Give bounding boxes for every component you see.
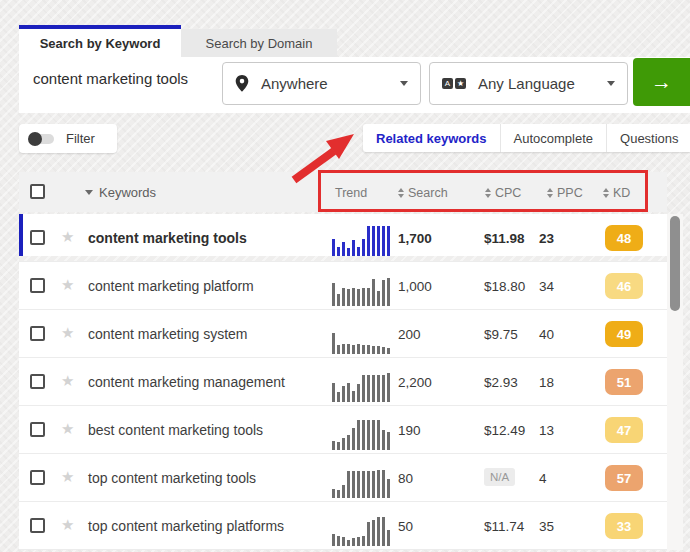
search-volume-cell: 2,200	[398, 375, 432, 390]
cpc-cell: N/A	[484, 468, 515, 486]
ppc-cell: 13	[539, 423, 554, 438]
sort-direction-icon	[85, 190, 93, 195]
trend-mini-chart	[332, 226, 394, 258]
keyword-search-input[interactable]	[33, 70, 213, 87]
column-header-search[interactable]: Search	[398, 186, 448, 200]
keyword-cell[interactable]: top content marketing platforms	[88, 518, 284, 534]
trend-mini-chart	[332, 370, 394, 402]
search-volume-cell: 200	[398, 327, 421, 342]
tab-autocomplete[interactable]: Autocomplete	[500, 124, 607, 152]
table-row: ★ top content marketing tools 80 N/A 4 5…	[19, 454, 667, 502]
search-mode-tabs: Search by Keyword Search by Domain	[19, 25, 337, 57]
location-select[interactable]: Anywhere	[222, 62, 421, 105]
scrollbar-thumb[interactable]	[670, 216, 680, 311]
keyword-cell[interactable]: content marketing platform	[88, 278, 254, 294]
keyword-cell[interactable]: content marketing management	[88, 374, 285, 390]
ppc-cell: 23	[539, 231, 554, 246]
favorite-star-icon[interactable]: ★	[61, 468, 74, 486]
kd-badge: 47	[605, 417, 643, 443]
column-header-cpc[interactable]: CPC	[485, 186, 521, 200]
sort-icon	[485, 188, 491, 198]
kd-badge: 33	[605, 513, 643, 539]
chevron-down-icon	[400, 81, 408, 86]
keyword-cell[interactable]: content marketing tools	[88, 230, 247, 246]
favorite-star-icon[interactable]: ★	[61, 276, 74, 294]
tab-related-keywords[interactable]: Related keywords	[363, 124, 500, 152]
keyword-cell[interactable]: content marketing system	[88, 326, 248, 342]
row-checkbox[interactable]	[30, 374, 45, 389]
table-row: ★ top content marketing platforms 50 $11…	[19, 502, 667, 550]
search-volume-cell: 1,000	[398, 279, 432, 294]
filter-toggle[interactable]	[30, 134, 54, 144]
ppc-cell: 34	[539, 279, 554, 294]
column-header-kd[interactable]: KD	[603, 186, 630, 200]
row-checkbox[interactable]	[30, 470, 45, 485]
cpc-cell: $12.49	[484, 423, 525, 438]
cpc-cell: $11.74	[484, 519, 524, 534]
language-value: Any Language	[478, 75, 575, 92]
row-checkbox[interactable]	[30, 518, 45, 533]
ppc-cell: 35	[539, 519, 554, 534]
trend-mini-chart	[332, 322, 394, 354]
cpc-cell: $9.75	[484, 327, 518, 342]
sort-icon	[547, 188, 553, 198]
table-row: ★ content marketing system 200 $9.75 40 …	[19, 310, 667, 358]
search-volume-cell: 1,700	[398, 231, 432, 246]
trend-mini-chart	[332, 514, 394, 546]
row-checkbox[interactable]	[30, 326, 45, 341]
tab-search-by-keyword[interactable]: Search by Keyword	[19, 25, 181, 57]
table-row: ★ best content marketing tools 190 $12.4…	[19, 406, 667, 454]
tab-questions[interactable]: Questions	[606, 124, 690, 152]
tab-search-by-domain[interactable]: Search by Domain	[181, 29, 337, 57]
kd-badge: 49	[605, 321, 643, 347]
table-body: ★ content marketing tools 1,700 $11.98 2…	[19, 214, 667, 550]
filter-button[interactable]: Filter	[19, 124, 117, 153]
keywords-table: Keywords Trend Search CPC PPC KD ★ conte…	[19, 172, 667, 550]
result-type-tabs: Related keywords Autocomplete Questions	[363, 124, 690, 152]
column-header-keywords[interactable]: Keywords	[85, 185, 156, 200]
trend-mini-chart	[332, 466, 394, 498]
kd-badge: 51	[605, 369, 643, 395]
trend-mini-chart	[332, 274, 394, 306]
ppc-cell: 40	[539, 327, 554, 342]
cpc-cell: $18.80	[484, 279, 525, 294]
kd-badge: 57	[605, 465, 643, 491]
row-checkbox[interactable]	[30, 278, 45, 293]
sort-icon	[603, 188, 609, 198]
row-checkbox[interactable]	[30, 422, 45, 437]
keyword-cell[interactable]: best content marketing tools	[88, 422, 263, 438]
table-header-row: Keywords Trend Search CPC PPC KD	[19, 172, 667, 212]
row-checkbox[interactable]	[30, 230, 45, 245]
select-all-checkbox[interactable]	[30, 184, 45, 199]
search-submit-button[interactable]: →	[633, 58, 690, 106]
keyword-cell[interactable]: top content marketing tools	[88, 470, 256, 486]
search-volume-cell: 80	[398, 471, 413, 486]
sort-icon	[398, 188, 404, 198]
column-header-ppc[interactable]: PPC	[547, 186, 583, 200]
filter-label: Filter	[66, 131, 95, 146]
search-volume-cell: 190	[398, 423, 421, 438]
ppc-cell: 18	[539, 375, 554, 390]
table-row: ★ content marketing management 2,200 $2.…	[19, 358, 667, 406]
kd-badge: 46	[605, 273, 643, 299]
table-row: ★ content marketing tools 1,700 $11.98 2…	[19, 214, 667, 262]
ppc-cell: 4	[539, 471, 547, 486]
location-value: Anywhere	[261, 75, 328, 92]
kd-badge: 48	[605, 225, 643, 251]
search-volume-cell: 50	[398, 519, 413, 534]
favorite-star-icon[interactable]: ★	[61, 516, 74, 534]
chevron-down-icon	[607, 81, 615, 86]
location-pin-icon	[235, 75, 249, 92]
column-header-trend: Trend	[335, 186, 367, 200]
favorite-star-icon[interactable]: ★	[61, 420, 74, 438]
translate-icon: A★	[442, 78, 466, 89]
cpc-cell: $2.93	[484, 375, 518, 390]
toggle-knob	[28, 132, 42, 146]
trend-mini-chart	[332, 418, 394, 450]
favorite-star-icon[interactable]: ★	[61, 324, 74, 342]
language-select[interactable]: A★ Any Language	[429, 62, 628, 105]
favorite-star-icon[interactable]: ★	[61, 228, 74, 246]
cpc-cell: $11.98	[484, 231, 525, 246]
table-row: ★ content marketing platform 1,000 $18.8…	[19, 262, 667, 310]
favorite-star-icon[interactable]: ★	[61, 372, 74, 390]
